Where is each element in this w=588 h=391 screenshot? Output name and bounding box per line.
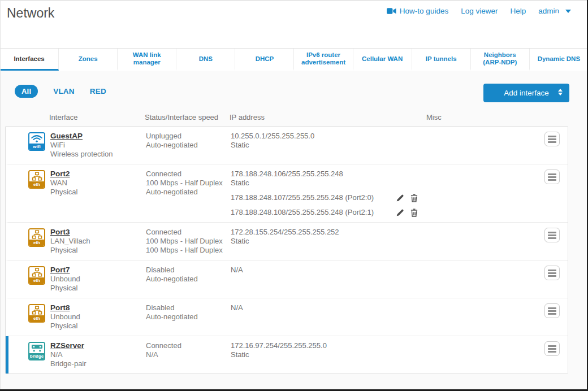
interface-type: Bridge-pair — [50, 359, 146, 368]
interface-type: Wireless protection — [50, 150, 146, 159]
ip-line: N/A — [231, 266, 536, 275]
interface-icon-cell: bridge — [8, 341, 50, 368]
status-cell: Connected100 Mbps - Half DuplexAuto-nego… — [146, 170, 231, 217]
row-menu-button[interactable] — [544, 170, 560, 184]
content: AllVLANRED Add interface Interface Statu… — [0, 71, 588, 391]
interface-type: Physical — [50, 246, 146, 255]
interface-name-link[interactable]: RZServer — [50, 341, 84, 350]
up-down-arrows-icon — [558, 89, 563, 95]
interface-icon-cell: eth — [8, 228, 50, 255]
interface-name-link[interactable]: Port7 — [50, 266, 70, 275]
ip-line: 10.255.0.1/255.255.255.0 — [231, 132, 536, 141]
interface-zone: WAN — [50, 179, 146, 188]
column-header-misc: Misc — [426, 113, 537, 122]
ip-address-cell: 172.16.97.254/255.255.255.0Static — [231, 341, 536, 368]
column-header-status: Status/Interface speed — [145, 113, 230, 122]
log-viewer-link[interactable]: Log viewer — [461, 7, 498, 15]
filter-red[interactable]: RED — [90, 87, 106, 95]
status-cell: DisabledAuto-negotiated — [146, 303, 231, 331]
interface-icon-cell: eth — [8, 266, 50, 293]
status-line: Connected — [146, 341, 231, 350]
ip-address-cell: N/A — [231, 266, 536, 293]
interface-row-rzserver: bridge RZServer N/A Bridge-pair Connecte… — [6, 336, 568, 373]
help-link[interactable]: Help — [510, 7, 526, 15]
frame-top — [0, 0, 588, 1]
delete-alias-icon[interactable] — [410, 208, 418, 217]
interface-zone: LAN_Villach — [50, 237, 146, 246]
ip-line: Static — [231, 350, 536, 359]
interface-name-link[interactable]: Port3 — [50, 228, 70, 237]
interface-name-link[interactable]: GuestAP — [50, 132, 83, 141]
column-header-interface: Interface — [49, 113, 145, 122]
column-spacer-end — [537, 113, 568, 122]
ip-address-cell: 172.28.155.254/255.255.255.252Static — [231, 228, 536, 255]
ip-line: N/A — [231, 303, 536, 312]
tab-dhcp[interactable]: DHCP — [235, 49, 294, 71]
status-cell: Connected100 Mbps - Half Duplex100 Mbps … — [146, 228, 231, 255]
row-menu-button[interactable] — [544, 303, 560, 318]
header-links: How-to guides Log viewer Help admin — [387, 7, 571, 15]
wifi-interface-icon: wifi — [28, 132, 45, 151]
avatar[interactable] — [545, 13, 568, 31]
ip-address-cell: N/A — [231, 303, 536, 331]
interface-name-link[interactable]: Port8 — [50, 303, 70, 312]
row-actions-cell — [536, 170, 568, 217]
tab-neighbors-arp-ndp[interactable]: Neighbors (ARP-NDP) — [471, 49, 530, 71]
status-line: Auto-negotiated — [146, 275, 231, 284]
tab-zones[interactable]: Zones — [59, 49, 118, 71]
tab-cellular-wan[interactable]: Cellular WAN — [353, 49, 412, 71]
interface-icon-cell: eth — [8, 170, 50, 217]
row-menu-button[interactable] — [544, 132, 560, 146]
row-actions-cell — [536, 228, 568, 255]
interface-row-port8: eth Port8 Unbound Physical DisabledAuto-… — [6, 298, 568, 336]
interface-zone: Unbound — [50, 275, 146, 284]
interface-name-cell: GuestAP WiFi Wireless protection — [50, 132, 146, 159]
tab-ip-tunnels[interactable]: IP tunnels — [412, 49, 471, 71]
tab-ipv6-router-advertisement[interactable]: IPv6 router advertisement — [294, 49, 353, 71]
video-camera-icon — [387, 7, 396, 15]
interface-row-port2: eth Port2 WAN Physical Connected100 Mbps… — [6, 164, 568, 223]
status-line: 100 Mbps - Half Duplex — [146, 237, 231, 246]
screen: Network How-to guides Log viewer Help ad… — [0, 0, 588, 391]
interface-type: Physical — [50, 188, 146, 197]
status-line: Connected — [146, 228, 231, 237]
interface-name-cell: Port3 LAN_Villach Physical — [50, 228, 146, 255]
status-cell: ConnectedN/A — [146, 341, 231, 368]
status-line: Disabled — [146, 303, 231, 312]
ip-line: Static — [231, 237, 536, 246]
tab-bar: InterfacesZonesWAN link managerDNSDHCPIP… — [0, 48, 588, 71]
frame-left — [0, 0, 1, 391]
row-actions-cell — [536, 266, 568, 293]
interface-name-cell: RZServer N/A Bridge-pair — [50, 341, 146, 368]
filter-all[interactable]: All — [15, 85, 38, 98]
tab-dynamic-dns[interactable]: Dynamic DNS — [530, 49, 588, 71]
chevron-down-icon — [565, 10, 571, 13]
ethernet-interface-icon: eth — [28, 266, 45, 285]
row-menu-button[interactable] — [544, 228, 560, 242]
ip-alias-text: 178.188.248.107/255.255.255.248 (Port2:0… — [231, 193, 396, 202]
row-menu-button[interactable] — [544, 341, 560, 356]
interface-zone: WiFi — [50, 141, 146, 150]
interface-icon-cell: eth — [8, 303, 50, 331]
tab-interfaces[interactable]: Interfaces — [0, 49, 59, 71]
tab-wan-link-manager[interactable]: WAN link manager — [118, 49, 176, 71]
status-line: N/A — [146, 350, 231, 359]
ip-address-cell: 10.255.0.1/255.255.255.0Static — [231, 132, 536, 159]
edit-alias-icon[interactable] — [396, 208, 404, 217]
filter-vlan[interactable]: VLAN — [53, 87, 75, 95]
edit-alias-icon[interactable] — [396, 194, 404, 202]
status-line: Auto-negotiated — [146, 312, 231, 322]
interface-type: Physical — [50, 322, 146, 331]
status-line: Disabled — [146, 266, 231, 275]
status-line: Auto-negotiated — [146, 141, 231, 150]
row-actions-cell — [536, 132, 568, 159]
interface-name-link[interactable]: Port2 — [50, 170, 70, 179]
add-interface-button[interactable]: Add interface — [483, 84, 569, 102]
column-spacer — [5, 113, 49, 122]
tab-dns[interactable]: DNS — [176, 49, 235, 71]
ip-line: 172.28.155.254/255.255.255.252 — [231, 228, 536, 237]
ip-address-cell: 178.188.248.106/255.255.255.248Static 17… — [231, 170, 536, 217]
row-menu-button[interactable] — [544, 266, 560, 280]
howto-guides-link[interactable]: How-to guides — [387, 7, 448, 15]
delete-alias-icon[interactable] — [410, 194, 418, 202]
